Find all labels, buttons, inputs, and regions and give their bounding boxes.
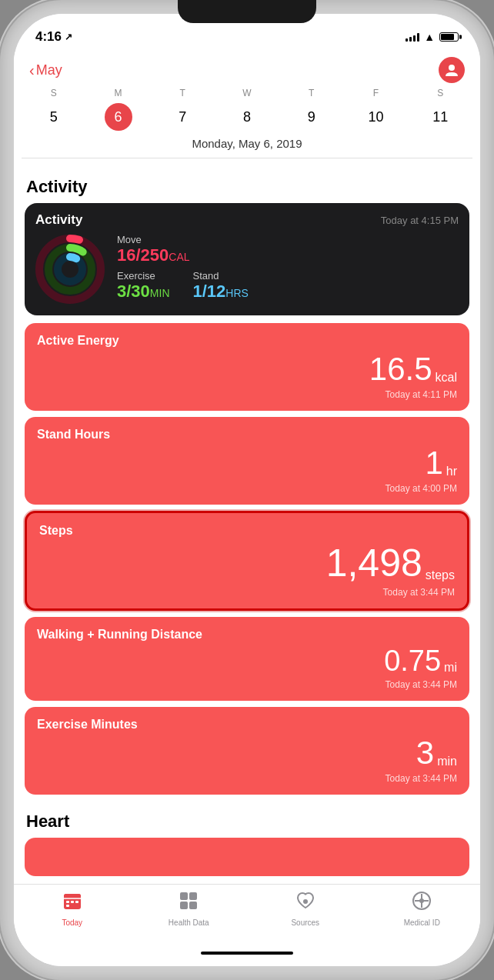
calendar-day-10[interactable]: 10 xyxy=(344,103,409,131)
health-data-icon-svg xyxy=(179,891,199,911)
active-energy-title: Active Energy xyxy=(37,334,457,348)
tab-today[interactable]: Today xyxy=(14,891,131,927)
today-icon-svg xyxy=(62,891,82,911)
activity-card-timestamp: Today at 4:15 PM xyxy=(381,215,459,226)
stand-hours-number: 1 xyxy=(425,445,442,482)
main-content[interactable]: ‹ May S M T W T F xyxy=(14,51,480,966)
steps-title: Steps xyxy=(39,524,455,538)
calendar-days[interactable]: 5 6 7 8 9 10 11 xyxy=(22,103,472,131)
exercise-stat: Exercise 3/30MIN xyxy=(117,270,170,302)
signal-bar-4 xyxy=(417,33,419,42)
calendar-weekdays: S M T W T F S xyxy=(22,88,472,98)
time-display: 4:16 xyxy=(35,29,62,45)
phone-frame: 4:16 ↗ ▲ ‹ M xyxy=(0,0,494,980)
calendar-day-9[interactable]: 9 xyxy=(279,103,344,131)
svg-rect-11 xyxy=(71,901,74,903)
svg-point-22 xyxy=(419,898,424,903)
profile-button[interactable] xyxy=(439,57,465,83)
back-button[interactable]: ‹ May xyxy=(29,62,62,79)
steps-number: 1,498 xyxy=(326,541,422,585)
calendar-day-6[interactable]: 6 xyxy=(105,103,132,131)
exercise-label: Exercise xyxy=(117,270,170,282)
profile-icon xyxy=(444,62,459,78)
svg-rect-13 xyxy=(66,905,69,907)
home-bar xyxy=(201,952,293,955)
calendar-date-label: Monday, May 6, 2019 xyxy=(22,131,472,158)
stand-unit: HRS xyxy=(225,287,249,299)
move-number: 16/250 xyxy=(117,245,169,265)
svg-point-0 xyxy=(449,65,455,71)
calendar-day-6-container[interactable]: 6 xyxy=(86,103,151,131)
stand-number: 1/12 xyxy=(193,282,226,301)
medical-id-icon-svg xyxy=(412,891,432,911)
stand-hours-card[interactable]: Stand Hours 1 hr Today at 4:00 PM xyxy=(25,417,469,505)
active-energy-timestamp: Today at 4:11 PM xyxy=(37,389,457,400)
svg-rect-12 xyxy=(75,901,78,903)
exercise-unit: MIN xyxy=(150,287,170,299)
tab-health-data[interactable]: Health Data xyxy=(131,891,248,927)
weekday-m: M xyxy=(86,88,151,98)
active-energy-card[interactable]: Active Energy 16.5 kcal Today at 4:11 PM xyxy=(25,323,469,411)
steps-card[interactable]: Steps 1,498 steps Today at 3:44 PM xyxy=(25,511,469,611)
tab-medical-id[interactable]: Medical ID xyxy=(364,891,481,927)
weekday-s1: S xyxy=(22,88,86,98)
exercise-minutes-unit: min xyxy=(437,755,457,772)
move-unit: CAL xyxy=(169,251,189,263)
back-arrow-icon: ‹ xyxy=(29,62,35,79)
battery-fill xyxy=(441,34,454,40)
signal-bar-2 xyxy=(409,37,412,42)
tab-sources[interactable]: Sources xyxy=(247,891,364,927)
weekday-s2: S xyxy=(408,88,472,98)
move-label: Move xyxy=(117,234,459,245)
exercise-minutes-number: 3 xyxy=(416,735,434,772)
calendar-day-7[interactable]: 7 xyxy=(150,103,215,131)
calendar[interactable]: S M T W T F S 5 6 7 8 9 10 1 xyxy=(14,88,480,166)
health-data-tab-label: Health Data xyxy=(169,918,209,927)
screen: 4:16 ↗ ▲ ‹ M xyxy=(14,14,480,966)
sources-tab-icon xyxy=(295,891,315,915)
sources-tab-label: Sources xyxy=(291,918,319,927)
svg-rect-10 xyxy=(66,901,69,903)
exercise-minutes-title: Exercise Minutes xyxy=(37,718,457,732)
stand-hours-timestamp: Today at 4:00 PM xyxy=(37,483,457,494)
svg-point-18 xyxy=(303,899,308,904)
stand-value: 1/12HRS xyxy=(193,282,249,301)
activity-card-body: Move 16/250CAL Exercise 3/30MIN xyxy=(25,234,469,315)
move-value: 16/250CAL xyxy=(117,245,190,265)
signal-bar-3 xyxy=(413,35,416,42)
weekday-w: W xyxy=(215,88,279,98)
medical-id-tab-label: Medical ID xyxy=(404,918,440,927)
sources-icon-svg xyxy=(295,891,315,911)
activity-section-header: Activity xyxy=(14,166,480,203)
svg-rect-17 xyxy=(189,902,197,909)
location-icon: ↗ xyxy=(65,32,72,42)
active-energy-number: 16.5 xyxy=(369,351,432,388)
walking-distance-value-row: 0.75 mi xyxy=(37,645,457,678)
today-tab-label: Today xyxy=(62,918,82,927)
calendar-day-5[interactable]: 5 xyxy=(22,103,86,131)
activity-stats: Move 16/250CAL Exercise 3/30MIN xyxy=(117,234,459,305)
activity-card[interactable]: Activity Today at 4:15 PM xyxy=(25,203,469,315)
stand-hours-title: Stand Hours xyxy=(37,428,457,442)
stand-label: Stand xyxy=(193,270,249,282)
calendar-day-11[interactable]: 11 xyxy=(408,103,472,131)
exercise-minutes-timestamp: Today at 3:44 PM xyxy=(37,773,457,784)
home-indicator xyxy=(14,942,480,964)
signal-bars xyxy=(406,32,419,42)
heart-card-preview[interactable] xyxy=(25,838,469,876)
move-stat: Move 16/250CAL xyxy=(117,234,459,265)
svg-rect-14 xyxy=(180,892,188,900)
activity-card-header: Activity Today at 4:15 PM xyxy=(25,203,469,234)
exercise-value: 3/30MIN xyxy=(117,282,170,301)
exercise-minutes-card[interactable]: Exercise Minutes 3 min Today at 3:44 PM xyxy=(25,707,469,795)
walking-distance-timestamp: Today at 3:44 PM xyxy=(37,679,457,690)
walking-distance-card[interactable]: Walking + Running Distance 0.75 mi Today… xyxy=(25,617,469,701)
calendar-day-8[interactable]: 8 xyxy=(215,103,279,131)
svg-rect-15 xyxy=(189,892,197,900)
today-tab-icon xyxy=(62,891,82,915)
svg-rect-16 xyxy=(180,902,188,909)
wifi-icon: ▲ xyxy=(424,31,435,43)
tab-bar[interactable]: Today Health Data xyxy=(14,884,480,942)
activity-rings xyxy=(35,235,105,304)
active-energy-unit: kcal xyxy=(436,371,457,388)
